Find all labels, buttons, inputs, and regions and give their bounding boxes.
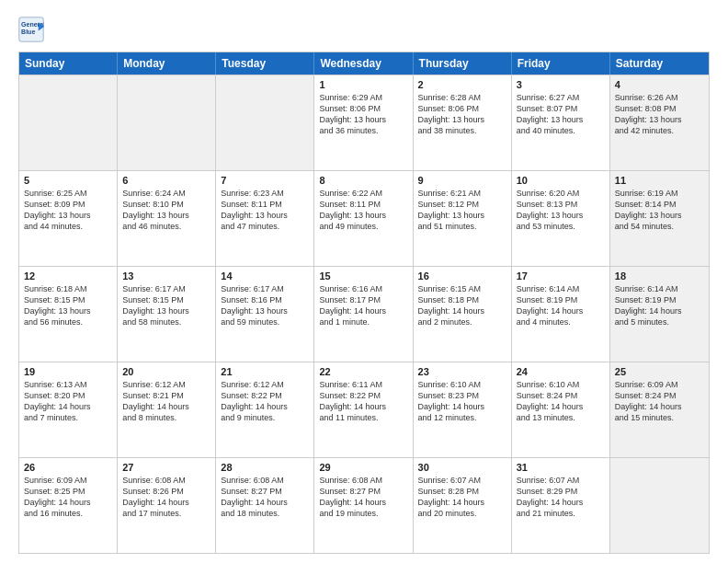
day-info: Sunrise: 6:17 AM Sunset: 8:15 PM Dayligh… bbox=[122, 283, 210, 328]
day-info: Sunrise: 6:26 AM Sunset: 8:08 PM Dayligh… bbox=[615, 92, 704, 137]
day-number: 30 bbox=[418, 462, 506, 473]
day-info: Sunrise: 6:12 AM Sunset: 8:21 PM Dayligh… bbox=[122, 379, 210, 424]
day-info: Sunrise: 6:24 AM Sunset: 8:10 PM Dayligh… bbox=[122, 188, 210, 233]
day-number: 31 bbox=[517, 462, 605, 473]
day-info: Sunrise: 6:27 AM Sunset: 8:07 PM Dayligh… bbox=[517, 92, 605, 137]
day-number: 29 bbox=[319, 462, 407, 473]
calendar-cell bbox=[19, 75, 118, 170]
day-info: Sunrise: 6:14 AM Sunset: 8:19 PM Dayligh… bbox=[517, 283, 605, 328]
day-number: 20 bbox=[122, 366, 210, 377]
day-info: Sunrise: 6:14 AM Sunset: 8:19 PM Dayligh… bbox=[615, 283, 704, 328]
calendar-body: 1Sunrise: 6:29 AM Sunset: 8:06 PM Daylig… bbox=[19, 75, 709, 553]
day-info: Sunrise: 6:08 AM Sunset: 8:26 PM Dayligh… bbox=[122, 475, 210, 520]
day-info: Sunrise: 6:09 AM Sunset: 8:24 PM Dayligh… bbox=[615, 379, 704, 424]
day-info: Sunrise: 6:19 AM Sunset: 8:14 PM Dayligh… bbox=[615, 188, 704, 233]
calendar-cell: 2Sunrise: 6:28 AM Sunset: 8:06 PM Daylig… bbox=[414, 75, 512, 170]
day-number: 24 bbox=[517, 366, 605, 377]
day-number: 18 bbox=[615, 270, 704, 282]
day-info: Sunrise: 6:29 AM Sunset: 8:06 PM Dayligh… bbox=[319, 92, 407, 137]
day-number: 3 bbox=[517, 79, 605, 90]
day-number: 17 bbox=[517, 270, 605, 282]
header-day-sunday: Sunday bbox=[19, 52, 118, 75]
day-number: 19 bbox=[24, 366, 112, 377]
day-number: 10 bbox=[517, 175, 605, 186]
day-info: Sunrise: 6:11 AM Sunset: 8:22 PM Dayligh… bbox=[319, 379, 407, 424]
day-number: 9 bbox=[418, 175, 506, 186]
calendar-cell: 6Sunrise: 6:24 AM Sunset: 8:10 PM Daylig… bbox=[118, 171, 216, 266]
calendar-cell: 18Sunrise: 6:14 AM Sunset: 8:19 PM Dayli… bbox=[610, 267, 709, 362]
header-day-thursday: Thursday bbox=[414, 52, 512, 75]
calendar-cell: 21Sunrise: 6:12 AM Sunset: 8:22 PM Dayli… bbox=[216, 362, 314, 457]
day-number: 16 bbox=[418, 270, 506, 282]
day-info: Sunrise: 6:20 AM Sunset: 8:13 PM Dayligh… bbox=[517, 188, 605, 233]
calendar-row-3: 12Sunrise: 6:18 AM Sunset: 8:15 PM Dayli… bbox=[19, 266, 709, 362]
calendar-cell: 19Sunrise: 6:13 AM Sunset: 8:20 PM Dayli… bbox=[19, 362, 118, 457]
day-number: 11 bbox=[615, 175, 704, 186]
calendar-cell: 12Sunrise: 6:18 AM Sunset: 8:15 PM Dayli… bbox=[19, 267, 118, 362]
calendar-cell: 31Sunrise: 6:07 AM Sunset: 8:29 PM Dayli… bbox=[512, 458, 610, 553]
day-info: Sunrise: 6:09 AM Sunset: 8:25 PM Dayligh… bbox=[24, 475, 112, 520]
calendar-cell: 8Sunrise: 6:22 AM Sunset: 8:11 PM Daylig… bbox=[314, 171, 413, 266]
day-info: Sunrise: 6:28 AM Sunset: 8:06 PM Dayligh… bbox=[418, 92, 506, 137]
day-number: 5 bbox=[24, 175, 112, 186]
day-number: 15 bbox=[319, 270, 407, 282]
calendar-row-4: 19Sunrise: 6:13 AM Sunset: 8:20 PM Dayli… bbox=[19, 362, 709, 457]
header-day-wednesday: Wednesday bbox=[314, 52, 413, 75]
logo-icon: General Blue bbox=[18, 17, 44, 42]
day-number: 22 bbox=[319, 366, 407, 377]
day-number: 14 bbox=[221, 270, 309, 282]
day-number: 27 bbox=[122, 462, 210, 473]
day-info: Sunrise: 6:10 AM Sunset: 8:23 PM Dayligh… bbox=[418, 379, 506, 424]
calendar-row-2: 5Sunrise: 6:25 AM Sunset: 8:09 PM Daylig… bbox=[19, 170, 709, 266]
header-day-friday: Friday bbox=[512, 52, 610, 75]
day-info: Sunrise: 6:07 AM Sunset: 8:29 PM Dayligh… bbox=[517, 475, 605, 520]
day-number: 23 bbox=[418, 366, 506, 377]
calendar-cell: 15Sunrise: 6:16 AM Sunset: 8:17 PM Dayli… bbox=[314, 267, 413, 362]
calendar-cell: 11Sunrise: 6:19 AM Sunset: 8:14 PM Dayli… bbox=[610, 171, 709, 266]
calendar-cell: 22Sunrise: 6:11 AM Sunset: 8:22 PM Dayli… bbox=[314, 362, 413, 457]
header-day-saturday: Saturday bbox=[610, 52, 709, 75]
calendar-cell: 9Sunrise: 6:21 AM Sunset: 8:12 PM Daylig… bbox=[414, 171, 512, 266]
calendar-cell bbox=[216, 75, 314, 170]
day-number: 6 bbox=[122, 175, 210, 186]
calendar-cell: 25Sunrise: 6:09 AM Sunset: 8:24 PM Dayli… bbox=[610, 362, 709, 457]
calendar-cell: 17Sunrise: 6:14 AM Sunset: 8:19 PM Dayli… bbox=[512, 267, 610, 362]
day-number: 12 bbox=[24, 270, 112, 282]
calendar-cell: 27Sunrise: 6:08 AM Sunset: 8:26 PM Dayli… bbox=[118, 458, 216, 553]
calendar-cell: 23Sunrise: 6:10 AM Sunset: 8:23 PM Dayli… bbox=[414, 362, 512, 457]
calendar-cell bbox=[610, 458, 709, 553]
day-info: Sunrise: 6:08 AM Sunset: 8:27 PM Dayligh… bbox=[221, 475, 309, 520]
calendar-cell: 16Sunrise: 6:15 AM Sunset: 8:18 PM Dayli… bbox=[414, 267, 512, 362]
calendar-cell: 10Sunrise: 6:20 AM Sunset: 8:13 PM Dayli… bbox=[512, 171, 610, 266]
calendar-cell: 4Sunrise: 6:26 AM Sunset: 8:08 PM Daylig… bbox=[610, 75, 709, 170]
day-number: 26 bbox=[24, 462, 112, 473]
day-info: Sunrise: 6:12 AM Sunset: 8:22 PM Dayligh… bbox=[221, 379, 309, 424]
calendar-header: SundayMondayTuesdayWednesdayThursdayFrid… bbox=[19, 52, 709, 75]
calendar-row-1: 1Sunrise: 6:29 AM Sunset: 8:06 PM Daylig… bbox=[19, 75, 709, 170]
day-info: Sunrise: 6:22 AM Sunset: 8:11 PM Dayligh… bbox=[319, 188, 407, 233]
day-info: Sunrise: 6:08 AM Sunset: 8:27 PM Dayligh… bbox=[319, 475, 407, 520]
day-info: Sunrise: 6:10 AM Sunset: 8:24 PM Dayligh… bbox=[517, 379, 605, 424]
calendar-cell: 7Sunrise: 6:23 AM Sunset: 8:11 PM Daylig… bbox=[216, 171, 314, 266]
day-info: Sunrise: 6:21 AM Sunset: 8:12 PM Dayligh… bbox=[418, 188, 506, 233]
calendar-cell: 24Sunrise: 6:10 AM Sunset: 8:24 PM Dayli… bbox=[512, 362, 610, 457]
svg-text:Blue: Blue bbox=[21, 29, 35, 35]
day-info: Sunrise: 6:18 AM Sunset: 8:15 PM Dayligh… bbox=[24, 283, 112, 328]
day-number: 7 bbox=[221, 175, 309, 186]
calendar-cell: 20Sunrise: 6:12 AM Sunset: 8:21 PM Dayli… bbox=[118, 362, 216, 457]
day-number: 13 bbox=[122, 270, 210, 282]
calendar-cell: 28Sunrise: 6:08 AM Sunset: 8:27 PM Dayli… bbox=[216, 458, 314, 553]
day-number: 21 bbox=[221, 366, 309, 377]
logo: General Blue bbox=[18, 17, 48, 42]
day-info: Sunrise: 6:16 AM Sunset: 8:17 PM Dayligh… bbox=[319, 283, 407, 328]
calendar-row-5: 26Sunrise: 6:09 AM Sunset: 8:25 PM Dayli… bbox=[19, 457, 709, 553]
day-info: Sunrise: 6:17 AM Sunset: 8:16 PM Dayligh… bbox=[221, 283, 309, 328]
page: General Blue SundayMondayTuesdayWednesda… bbox=[0, 0, 728, 563]
header: General Blue bbox=[18, 17, 710, 42]
header-day-tuesday: Tuesday bbox=[216, 52, 314, 75]
calendar-cell: 29Sunrise: 6:08 AM Sunset: 8:27 PM Dayli… bbox=[314, 458, 413, 553]
day-number: 25 bbox=[615, 366, 704, 377]
calendar-cell bbox=[118, 75, 216, 170]
day-number: 28 bbox=[221, 462, 309, 473]
calendar-cell: 14Sunrise: 6:17 AM Sunset: 8:16 PM Dayli… bbox=[216, 267, 314, 362]
